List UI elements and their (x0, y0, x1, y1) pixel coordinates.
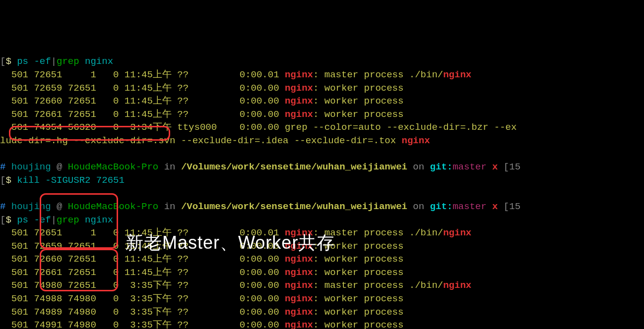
terminal-line: 501 74954 56320 0 3:34下午 ttys000 0:00.00… (0, 121, 644, 134)
terminal-line: 501 74991 74980 0 3:35下午 ?? 0:00.00 ngin… (0, 319, 644, 329)
terminal-line: 501 72661 72651 0 11:45上午 ?? 0:00.00 ngi… (0, 108, 644, 121)
terminal-output: [$ ps -ef|grep nginx 501 72651 1 0 11:45… (0, 55, 644, 329)
terminal-line: [$ ps -ef|grep nginx (0, 214, 644, 227)
terminal-line: 501 72651 1 0 11:45上午 ?? 0:00.01 nginx: … (0, 226, 644, 240)
terminal-line: 501 72659 72651 0 11:45上午 ?? 0:00.00 ngi… (0, 82, 644, 95)
terminal-line: 501 72660 72651 0 11:45上午 ?? 0:00.00 ngi… (0, 253, 644, 266)
terminal-line: 501 72660 72651 0 11:45上午 ?? 0:00.00 ngi… (0, 95, 644, 108)
terminal-line (0, 187, 644, 200)
terminal-line: # houjing @ HoudeMacBook-Pro in /Volumes… (0, 161, 644, 174)
terminal-line: 501 72651 1 0 11:45上午 ?? 0:00.01 nginx: … (0, 68, 644, 82)
terminal-line: lude-dir=.hg --exclude-dir=.svn --exclud… (0, 134, 644, 148)
terminal-line: 501 74988 74980 0 3:35下午 ?? 0:00.00 ngin… (0, 292, 644, 306)
terminal-line: [$ ps -ef|grep nginx (0, 55, 644, 68)
terminal-line: [$ kill -SIGUSR2 72651 (0, 174, 644, 187)
terminal-line: 501 72661 72651 0 11:45上午 ?? 0:00.00 ngi… (0, 266, 644, 279)
terminal-line: # houjing @ HoudeMacBook-Pro in /Volumes… (0, 200, 644, 214)
terminal-line: 501 74980 72651 0 3:35下午 ?? 0:00.00 ngin… (0, 279, 644, 292)
terminal-line: 501 74989 74980 0 3:35下午 ?? 0:00.00 ngin… (0, 306, 644, 319)
terminal-line (0, 148, 644, 161)
terminal-line: 501 72659 72651 0 11:45上午 ?? 0:00.00 ngi… (0, 240, 644, 253)
